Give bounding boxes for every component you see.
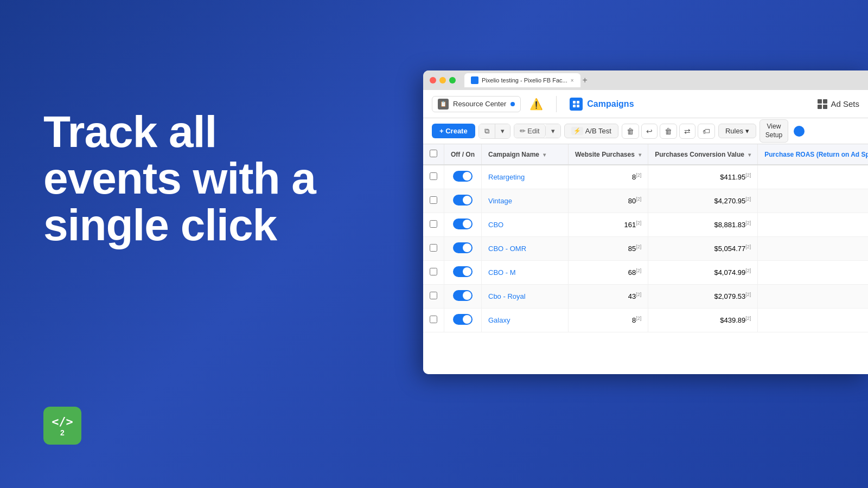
toggle-cell <box>444 261 482 285</box>
campaign-toggle[interactable] <box>453 171 473 182</box>
campaign-name-link[interactable]: Cbo - Royal <box>488 292 526 300</box>
purchases-conversion-value-header[interactable]: Purchases Conversion Value ▾ <box>648 144 758 165</box>
campaigns-icon <box>570 98 583 111</box>
svg-rect-2 <box>573 105 576 107</box>
website-purchases-cell: 8[2] <box>569 309 648 332</box>
row-checkbox[interactable] <box>430 220 437 228</box>
website-purchases-filter[interactable]: ▾ <box>639 152 641 158</box>
campaign-name-link[interactable]: CBO - M <box>488 268 516 277</box>
conv-value-filter[interactable]: ▾ <box>748 152 751 158</box>
campaign-name-link[interactable]: Galaxy <box>488 316 510 324</box>
campaign-name-link[interactable]: CBO <box>488 221 503 229</box>
campaign-toggle[interactable] <box>453 290 473 301</box>
purchases-sup: [2] <box>636 220 641 226</box>
svg-rect-1 <box>577 101 579 104</box>
purchases-sup: [2] <box>636 316 641 321</box>
duplicate-button[interactable]: ⧉ <box>479 124 495 138</box>
resource-center-button[interactable]: 📋 Resource Center <box>432 96 521 112</box>
row-checkbox-cell <box>423 189 444 213</box>
toggle-cell <box>444 309 482 332</box>
campaign-name-cell: Cbo - Royal <box>482 285 569 309</box>
conv-value-sup: [2] <box>745 292 751 297</box>
minimize-button[interactable] <box>439 77 446 84</box>
campaign-name-header[interactable]: Campaign Name ▾ <box>482 144 569 165</box>
ab-test-button[interactable]: ⚡ A/B Test <box>564 124 618 138</box>
move-button[interactable]: ⇄ <box>679 124 695 139</box>
tab-favicon <box>471 76 478 84</box>
rules-label: Rules ▾ <box>725 127 749 135</box>
trash-button[interactable]: 🗑 <box>660 124 677 139</box>
purchases-sup: [2] <box>636 172 641 178</box>
conv-value-cell: $4,270.95[2] <box>648 189 758 213</box>
adsets-icon <box>818 99 827 109</box>
website-purchases-cell: 8[2] <box>569 165 648 189</box>
row-checkbox[interactable] <box>430 292 437 299</box>
edit-button[interactable]: ✏ Edit <box>514 124 546 138</box>
purchases-sup: [2] <box>636 196 641 202</box>
campaign-name-link[interactable]: Vintage <box>488 197 512 205</box>
campaign-name-link[interactable]: CBO - OMR <box>488 245 526 253</box>
select-all-checkbox[interactable] <box>430 150 437 157</box>
adsets-tab[interactable]: Ad Sets <box>818 99 859 109</box>
row-checkbox[interactable] <box>430 244 437 252</box>
conv-value-sup: [2] <box>745 196 751 202</box>
undo-button[interactable]: ↩ <box>641 124 658 139</box>
edit-dropdown[interactable]: ▾ <box>546 124 560 138</box>
website-purchases-header[interactable]: Website Purchases ▾ <box>569 144 648 165</box>
roas-cell: 3.03[2] <box>758 237 868 261</box>
toggle-cell <box>444 189 482 213</box>
roas-cell: 4.27[2] <box>758 189 868 213</box>
fb-ads-content: 📋 Resource Center ⚠️ Campaigns <box>423 90 868 374</box>
campaign-toggle[interactable] <box>453 219 473 229</box>
campaign-name-cell: CBO - OMR <box>482 237 569 261</box>
logo-badge: </> 2 <box>43 407 81 445</box>
create-button[interactable]: + Create <box>432 124 475 138</box>
row-checkbox[interactable] <box>430 172 437 180</box>
divider <box>556 96 557 112</box>
campaign-name-filter[interactable]: ▾ <box>543 152 546 158</box>
row-checkbox[interactable] <box>430 196 437 204</box>
tab-close-icon[interactable]: × <box>571 78 574 84</box>
tag-button[interactable]: 🏷 <box>698 124 715 139</box>
purchase-roas-header[interactable]: Purchase ROAS (Return on Ad Spend) ↓ <box>758 144 868 165</box>
row-checkbox-cell <box>423 285 444 309</box>
campaign-toggle[interactable] <box>453 266 473 277</box>
campaign-toggle[interactable] <box>453 242 473 253</box>
traffic-lights <box>430 77 456 84</box>
campaign-toggle[interactable] <box>453 314 473 325</box>
tab-title: Pixelio testing - Pixelio FB Fac... <box>482 77 567 84</box>
duplicate-dropdown[interactable]: ▾ <box>495 124 510 138</box>
row-checkbox-cell <box>423 165 444 189</box>
conv-value-sup: [2] <box>745 220 751 226</box>
conv-value-sup: [2] <box>745 268 751 273</box>
browser-window: Pixelio testing - Pixelio FB Fac... × + … <box>423 70 868 374</box>
campaign-name-link[interactable]: Retargeting <box>488 173 525 181</box>
view-setup-button[interactable]: View Setup <box>760 119 788 143</box>
browser-tab-active[interactable]: Pixelio testing - Pixelio FB Fac... × <box>464 73 580 87</box>
delete-button[interactable]: 🗑 <box>622 124 639 139</box>
resource-center-label: Resource Center <box>453 100 506 108</box>
website-purchases-cell: 68[2] <box>569 261 648 285</box>
hero-section: Track all events with a single click <box>43 108 369 248</box>
campaign-toggle[interactable] <box>453 195 473 206</box>
adsets-label: Ad Sets <box>831 99 859 108</box>
row-checkbox[interactable] <box>430 268 437 275</box>
maximize-button[interactable] <box>449 77 456 84</box>
roas-cell: 3.26[2] <box>758 213 868 237</box>
close-button[interactable] <box>430 77 436 84</box>
campaigns-tab[interactable]: Campaigns <box>570 98 634 111</box>
hero-text: Track all events with a single click <box>43 108 369 248</box>
campaign-name-cell: CBO <box>482 213 569 237</box>
roas-cell: 5.56[2] <box>758 165 868 189</box>
purchases-sup: [2] <box>636 244 641 249</box>
rules-button[interactable]: Rules ▾ <box>718 124 756 138</box>
toolbar-actions: 🗑 ↩ 🗑 ⇄ 🏷 <box>622 124 715 139</box>
row-checkbox[interactable] <box>430 316 437 323</box>
table-row: Retargeting 8[2] $411.95[2] 5.56[2] $41 <box>423 165 868 189</box>
conv-value-cell: $411.95[2] <box>648 165 758 189</box>
duplicate-button-group: ⧉ ▾ <box>478 124 510 139</box>
purchases-sup: [2] <box>636 292 641 297</box>
svg-rect-0 <box>573 101 576 104</box>
new-tab-button[interactable]: + <box>583 75 588 85</box>
toggle-cell <box>444 165 482 189</box>
